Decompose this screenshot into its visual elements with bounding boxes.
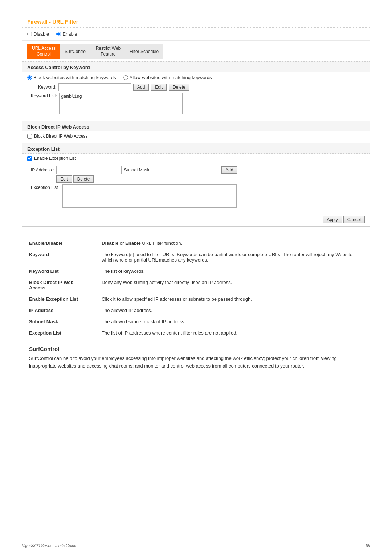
tab-url-access-control[interactable]: URL Access Control [27,44,60,59]
desc-row-enable-exception: Enable Exception List Click it to allow … [25,293,367,305]
block-radio[interactable] [27,75,32,80]
surfcontrol-section: SurfControl SurfControl can help to avoi… [25,346,367,370]
allow-radio[interactable] [123,75,128,80]
edit-keyword-button[interactable]: Edit [151,84,167,91]
cancel-button[interactable]: Cancel [343,216,365,223]
tab-surfcontrol[interactable]: SurfControl [60,44,91,59]
keyword-input[interactable] [58,83,131,91]
add-keyword-button[interactable]: Add [133,84,149,91]
tab-filter-schedule[interactable]: Filter Schedule [125,44,163,59]
edit-delete-row: Edit Delete [27,175,365,183]
exception-list-textarea[interactable] [62,184,237,208]
subnet-mask-label: Subnet Mask : [124,167,152,173]
access-control-content: Block websites with matching keywords Al… [22,72,370,119]
desc-def-enable-disable: Disable or Enable URL Filter function. [98,238,367,249]
desc-term-keyword-list: Keyword List [25,266,98,277]
desc-def-enable-exception: Click it to allow specified IP addresses… [98,293,367,305]
block-radio-label[interactable]: Block websites with matching keywords [27,75,116,80]
enable-label: Enable [62,31,77,37]
exception-content: IP Address : Subnet Mask : Add Edit Dele… [22,163,370,213]
desc-def-ip-address: The allowed IP address. [98,305,367,316]
surfcontrol-title: SurfControl [29,346,363,352]
access-control-section-header: Access Control by Keyword [22,61,370,72]
description-table: Enable/Disable Disable or Enable URL Fil… [25,238,367,339]
footer-right: 85 [366,543,370,548]
desc-def-keyword-list: The list of keywords. [98,266,367,277]
enable-radio[interactable] [56,32,61,36]
enable-exception-label: Enable Exception List [34,156,76,161]
keyword-row: Keyword: Add Edit Delete [27,83,365,91]
tabs-row: URL Access Control SurfControl Restrict … [22,41,370,59]
filter-type-radio-group: Block websites with matching keywords Al… [27,75,365,80]
firewall-url-filter-panel: Firewall - URL Filter Disable Enable URL… [22,15,370,227]
desc-row-subnet-mask: Subnet Mask The allowed subnet mask of I… [25,316,367,327]
panel-title: Firewall - URL Filter [22,15,370,28]
enable-exception-row: Enable Exception List [22,154,370,163]
delete-keyword-button[interactable]: Delete [169,84,189,91]
desc-row-exception-list: Exception List The list of IP addresses … [25,327,367,339]
block-direct-checkbox-label: Block Direct IP Web Access [34,134,88,139]
desc-def-subnet-mask: The allowed subnet mask of IP address. [98,316,367,327]
desc-row-keyword-list: Keyword List The list of keywords. [25,266,367,277]
block-direct-checkbox-row: Block Direct IP Web Access [22,131,370,141]
add-ip-button[interactable]: Add [221,166,237,174]
desc-row-block-direct: Block Direct IP WebAccess Deny any Web s… [25,277,367,293]
keyword-list-label: Keyword List: [31,93,57,98]
desc-def-block-direct: Deny any Web surfing activity that direc… [98,277,367,293]
apply-cancel-row: Apply Cancel [22,213,370,226]
enable-exception-checkbox[interactable] [27,156,32,161]
tab-restrict-web-feature[interactable]: Restrict Web Feature [91,44,125,59]
block-direct-checkbox[interactable] [27,134,32,139]
allow-radio-label[interactable]: Allow websites with matching keywords [123,75,212,80]
delete-ip-button[interactable]: Delete [73,175,94,183]
disable-radio-label[interactable]: Disable [27,31,49,37]
desc-row-enable-disable: Enable/Disable Disable or Enable URL Fil… [25,238,367,249]
enable-disable-row: Disable Enable [22,28,370,41]
keyword-list-row: Keyword List: gambling [27,93,365,114]
desc-row-keyword: Keyword The keyword(s) used to filter UR… [25,249,367,266]
desc-term-ip-address: IP Address [25,305,98,316]
desc-term-enable-exception: Enable Exception List [25,293,98,305]
desc-def-keyword: The keyword(s) used to filter URLs. Keyw… [98,249,367,266]
desc-term-exception-list: Exception List [25,327,98,339]
description-section: Enable/Disable Disable or Enable URL Fil… [22,238,370,370]
desc-term-block-direct: Block Direct IP WebAccess [25,277,98,293]
desc-term-subnet-mask: Subnet Mask [25,316,98,327]
footer: Vigor3300 Series User's Guide 85 [22,543,370,548]
block-direct-section-header: Block Direct IP Web Access [22,121,370,131]
apply-button[interactable]: Apply [323,216,342,223]
desc-term-enable-disable: Enable/Disable [25,238,98,249]
ip-address-input[interactable] [56,166,122,174]
allow-radio-text: Allow websites with matching keywords [130,75,212,80]
footer-left: Vigor3300 Series User's Guide [22,543,76,548]
enable-radio-label[interactable]: Enable [56,31,77,37]
surfcontrol-text: SurfControl can help to avoid your emplo… [29,355,363,370]
keyword-list-textarea[interactable]: gambling [59,93,183,114]
exception-list-label: Exception List : [31,184,60,190]
subnet-mask-input[interactable] [154,166,219,174]
edit-ip-button[interactable]: Edit [56,175,72,183]
keyword-label: Keyword: [31,85,56,90]
desc-row-ip-address: IP Address The allowed IP address. [25,305,367,316]
ip-row: IP Address : Subnet Mask : Add [27,166,365,174]
exception-list-row: Exception List : [27,184,365,208]
desc-term-keyword: Keyword [25,249,98,266]
disable-radio[interactable] [27,32,32,36]
exception-section-header: Exception List [22,143,370,154]
disable-label: Disable [33,31,49,37]
ip-address-label: IP Address : [31,167,54,173]
desc-def-exception-list: The list of IP addresses where content f… [98,327,367,339]
block-radio-text: Block websites with matching keywords [33,75,116,80]
